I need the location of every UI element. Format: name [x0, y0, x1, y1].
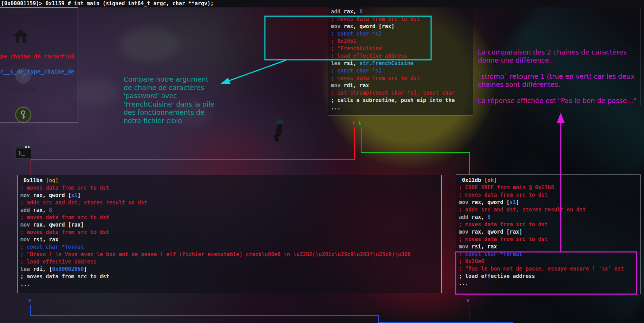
- asm-line: 0x11ba [og]: [20, 177, 441, 184]
- edge-label-false: f: [352, 120, 355, 126]
- asm-line: ...: [20, 280, 441, 288]
- teal-note-line: 'password' avec: [124, 92, 214, 100]
- asm-line: ; moves data from src to dst: [20, 214, 441, 221]
- teal-note-line: des fonctionnements de: [124, 108, 214, 117]
- asm-line: add rax, 8: [20, 207, 441, 214]
- asm-line: ; load effective address: [331, 52, 473, 60]
- asm-line: ; moves data from src to dst: [331, 75, 473, 82]
- magenta-note-paragraph: `strcmp` retourne 1 (true en vert) car l…: [478, 72, 636, 89]
- asm-line: ; load effective address: [20, 258, 441, 266]
- terminal-prompt-glyph: ❯_: [16, 148, 31, 158]
- asm-line: lea rsi, str.FrenchCuisine: [331, 60, 473, 67]
- asm-line: ; int strcmp(const char *s1, const char: [331, 89, 473, 97]
- asm-line: ; moves data from src to dst: [459, 191, 640, 199]
- asm-line: ; moves data from src to dst: [331, 15, 473, 23]
- asm-line: ; moves data from src to dst: [459, 236, 640, 243]
- graph-block-0x11ba[interactable]: 0x11ba [og]; moves data from src to dstm…: [17, 175, 442, 293]
- asm-line: ; CODE XREF from main @ 0x11b8: [459, 184, 640, 191]
- asm-line: mov rax, qword [rax]: [20, 221, 441, 229]
- desktop-screen: Corbeille Répertoire personnel VSCodium …: [0, 0, 644, 323]
- asm-line: ; const char *s1: [331, 67, 473, 75]
- asm-line: ; 0x20e0: [459, 258, 640, 265]
- asm-line: mov rax, qword [rax]: [331, 23, 473, 30]
- asm-line: ; "FrenchCuisine": [331, 45, 473, 52]
- asm-line: mov rax, qword [s1]: [459, 199, 640, 206]
- magenta-annotation-note: La comparaison des 2 chaines de caractèr…: [478, 48, 636, 113]
- magenta-note-paragraph: La réponse affichée est "Pas le bon de p…: [478, 97, 636, 105]
- asm-line: mov rsi, rax: [20, 236, 441, 243]
- desktop-stray-text-blue: r__s_de_type_chaine_de: [0, 68, 74, 75]
- graph-block-0x11db[interactable]: 0x11db [oh]; CODE XREF from main @ 0x11b…: [456, 175, 641, 294]
- asm-line: ; "Bravo ! \n Vous avez le bon mot de pa…: [20, 251, 441, 258]
- magenta-note-paragraph: La comparaison des 2 chaines de caractèr…: [478, 48, 636, 64]
- asm-line: mov rax, qword [s1]: [20, 192, 441, 199]
- asm-line: ; const char *format: [459, 251, 640, 258]
- asm-line: ; calls a subroutine, push eip into the: [331, 97, 473, 104]
- asm-line: ...: [331, 104, 473, 112]
- asm-line: ; moves data from src to dst: [20, 273, 441, 280]
- asm-line: add rax, 8: [331, 8, 473, 15]
- terminator-icon-titlebar: [16, 146, 31, 148]
- r2-command-bar: [0x00001159]> 0x1159 # int main (signed …: [0, 0, 644, 7]
- asm-line: ; "Pas le bon mot de passe, essaye encor…: [459, 265, 640, 273]
- asm-line: ...: [459, 280, 640, 287]
- teal-note-line: notre fichier cible: [124, 117, 214, 125]
- desktop-stray-text-red: pe chaine de caract\u0: [0, 53, 74, 60]
- asm-line: mov rsi, rax: [459, 243, 640, 251]
- edge-label-true: t: [358, 120, 362, 126]
- magenta-note-line: donne une différence.: [478, 56, 636, 64]
- asm-line: lea rdi, [0x00002060]: [20, 266, 441, 273]
- magenta-note-line: chaines sont différentes.: [478, 81, 636, 89]
- asm-line: ; const char *format: [20, 243, 441, 251]
- teal-note-line: 'FrenchCuisine' dans la pile: [124, 100, 214, 109]
- asm-line: ; adds src and dst, stores result on dst: [459, 206, 640, 214]
- teal-note-line: Compare notre argument: [124, 75, 214, 84]
- magenta-note-line: La réponse affichée est "Pas le bon de p…: [478, 97, 636, 105]
- asm-line: ; 0x2051: [331, 38, 473, 45]
- keepassxc-icon-label[interactable]: KeePassXC: [4, 125, 43, 132]
- asm-line: ; moves data from src to dst: [20, 229, 441, 236]
- asm-line: 0x11db [oh]: [459, 177, 640, 184]
- teal-annotation-note: Compare notre argument de chaine de cara…: [124, 75, 214, 125]
- edge-arrow-glyph: v: [467, 297, 470, 304]
- magenta-note-line: La comparaison des 2 chaines de caractèr…: [478, 48, 636, 56]
- teal-note-line: de chaine de caractères: [124, 84, 214, 92]
- edge-arrow-glyph: v: [28, 297, 31, 304]
- asm-line: ; const char *s2: [331, 30, 473, 38]
- graph-block-empty[interactable]: [0, 7, 78, 122]
- asm-line: mov rdi, rax: [331, 82, 473, 89]
- asm-line: ; moves data from src to dst: [20, 184, 441, 192]
- asm-line: ; load effective address: [459, 273, 640, 280]
- asm-line: ; moves data from src to dst: [459, 221, 640, 228]
- terminator-icon[interactable]: ❯_: [15, 145, 32, 159]
- asm-line: ; adds src and dst, stores result on dst: [20, 199, 441, 207]
- terminator-icon-label[interactable]: Terminator: [4, 163, 43, 170]
- asm-line: add rax, 8: [459, 214, 640, 221]
- graph-block-strcmp[interactable]: add rax, 8; moves data from src to dstmo…: [328, 6, 473, 115]
- asm-line: mov rax, qword [rax]: [459, 228, 640, 236]
- magenta-note-line: `strcmp` retourne 1 (true en vert) car l…: [478, 72, 636, 81]
